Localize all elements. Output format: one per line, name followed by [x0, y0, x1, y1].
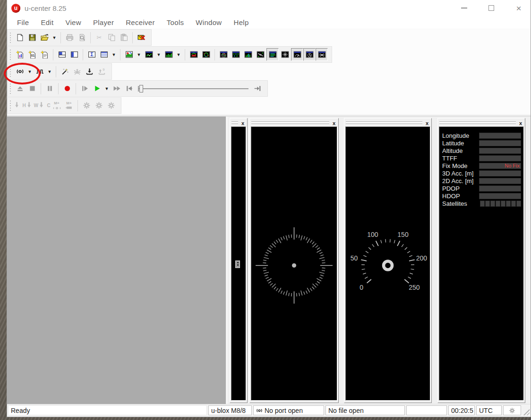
- warmstart-icon: [26, 101, 34, 109]
- menu-window[interactable]: Window: [196, 18, 222, 26]
- map-view-button[interactable]: [123, 48, 135, 61]
- menu-player[interactable]: Player: [93, 18, 114, 26]
- gear-3-button[interactable]: [105, 99, 117, 112]
- panel-drag-grip[interactable]: [439, 121, 516, 125]
- save-config-receiver-button[interactable]: M+: [51, 99, 63, 112]
- slider-start-tick: [138, 86, 139, 92]
- coldstart-button[interactable]: C: [38, 99, 51, 112]
- speedometer-content: 050100150200250: [345, 126, 430, 401]
- menu-view[interactable]: View: [65, 18, 81, 26]
- panel-drag-grip[interactable]: [251, 121, 329, 125]
- table-view-button[interactable]: [98, 48, 110, 61]
- debug-messages-button[interactable]: [71, 65, 83, 78]
- download-config-button[interactable]: [83, 65, 95, 78]
- port-dropdown-button[interactable]: ▼: [26, 65, 34, 78]
- clock-view-button[interactable]: [303, 48, 316, 61]
- text-console-view-button[interactable]: [266, 48, 279, 61]
- panel-close-button[interactable]: x: [518, 120, 523, 126]
- position-slider[interactable]: [138, 84, 248, 93]
- mdi-workspace: [7, 117, 228, 404]
- toolbar-grip[interactable]: [9, 50, 11, 60]
- layout-split-icon: [58, 50, 66, 59]
- resize-grip[interactable]: [522, 408, 530, 415]
- new-text-view-button[interactable]: [38, 48, 51, 61]
- histogram-view-dropdown-button[interactable]: ▼: [175, 48, 182, 61]
- satellite-constellation-view-button[interactable]: [254, 48, 266, 61]
- paste-button[interactable]: [118, 31, 130, 44]
- statistic-view-button[interactable]: Σ: [86, 48, 98, 61]
- jump-to-end-button[interactable]: [251, 82, 264, 95]
- print-icon: [66, 34, 74, 42]
- record-button[interactable]: [61, 82, 73, 95]
- print-button[interactable]: [63, 31, 76, 44]
- print-preview-button[interactable]: [76, 31, 88, 44]
- camera-view-button[interactable]: [188, 48, 200, 61]
- panel-close-button[interactable]: x: [240, 120, 246, 126]
- table-view-dropdown-button[interactable]: ▼: [110, 48, 118, 61]
- eject-button[interactable]: [14, 82, 26, 95]
- map-view-dropdown-button[interactable]: ▼: [135, 48, 143, 61]
- menu-tools[interactable]: Tools: [167, 18, 184, 26]
- panel-drag-grip[interactable]: [231, 121, 238, 125]
- autobauding-wand-button[interactable]: [59, 65, 71, 78]
- hotstart-button[interactable]: H: [14, 99, 26, 112]
- meter-view-button[interactable]: [291, 48, 303, 61]
- open-file-button[interactable]: [38, 31, 51, 44]
- upload-config-button[interactable]: 9: [95, 65, 108, 78]
- stop-button[interactable]: [26, 82, 38, 95]
- messages-view-button[interactable]: [230, 48, 242, 61]
- play-button[interactable]: [91, 82, 103, 95]
- slider-handle[interactable]: [139, 85, 143, 92]
- menu-file[interactable]: File: [17, 18, 29, 26]
- save-config-file-button[interactable]: M+: [63, 99, 75, 112]
- toolbar-grip[interactable]: [9, 101, 11, 111]
- baudrate-button[interactable]: [34, 65, 46, 78]
- chart-view-button[interactable]: [143, 48, 155, 61]
- cut-button[interactable]: ✂: [93, 31, 105, 44]
- histogram-view-button[interactable]: [163, 48, 175, 61]
- gear-2-button[interactable]: [93, 99, 105, 112]
- panel-close-button[interactable]: x: [331, 120, 337, 126]
- status-gear-cell[interactable]: [503, 405, 521, 415]
- signal-strength-view-icon: [244, 50, 252, 59]
- compass-view-button[interactable]: [279, 48, 291, 61]
- chart-view-dropdown-button[interactable]: ▼: [155, 48, 163, 61]
- play-dropdown-button[interactable]: ▼: [103, 82, 111, 95]
- google-earth-view-button[interactable]: [200, 48, 212, 61]
- warmstart-button[interactable]: W: [26, 99, 38, 112]
- toolbar-grip[interactable]: [9, 67, 11, 77]
- new-file-button[interactable]: [14, 31, 26, 44]
- step-button[interactable]: [78, 82, 91, 95]
- jump-to-start-button[interactable]: [123, 82, 135, 95]
- minimize-button[interactable]: [457, 2, 471, 14]
- signal-strength-view-button[interactable]: [242, 48, 254, 61]
- new-date-view-button[interactable]: 01: [26, 48, 38, 61]
- close-button[interactable]: ×: [512, 2, 526, 14]
- new-graph-view-button[interactable]: [14, 48, 26, 61]
- sky-view-button[interactable]: [217, 48, 230, 61]
- separator: [90, 32, 91, 43]
- dials-view-button[interactable]: [316, 48, 328, 61]
- copy-button[interactable]: [105, 31, 118, 44]
- menu-help[interactable]: Help: [234, 18, 249, 26]
- statistic-view-icon: Σ: [88, 50, 96, 59]
- toolbar-grip[interactable]: [9, 33, 11, 43]
- pause-button[interactable]: [43, 82, 56, 95]
- panel-drag-grip[interactable]: [346, 121, 422, 125]
- port-connect-button[interactable]: [14, 65, 26, 78]
- open-file-dropdown-button[interactable]: ▼: [51, 31, 58, 44]
- layout-column-button[interactable]: [68, 48, 80, 61]
- menu-receiver[interactable]: Receiver: [126, 18, 155, 26]
- value-field: [479, 155, 521, 161]
- layout-split-button[interactable]: [56, 48, 68, 61]
- fast-forward-button[interactable]: [111, 82, 123, 95]
- panel-close-button[interactable]: x: [424, 120, 430, 126]
- clear-messages-icon: [137, 34, 146, 42]
- save-file-button[interactable]: [26, 31, 38, 44]
- clear-messages-button[interactable]: [135, 31, 147, 44]
- maximize-button[interactable]: [484, 2, 498, 14]
- gear-1-button[interactable]: [80, 99, 93, 112]
- menu-edit[interactable]: Edit: [41, 18, 53, 26]
- baudrate-dropdown-button[interactable]: ▼: [46, 65, 53, 78]
- toolbar-grip[interactable]: [9, 84, 11, 94]
